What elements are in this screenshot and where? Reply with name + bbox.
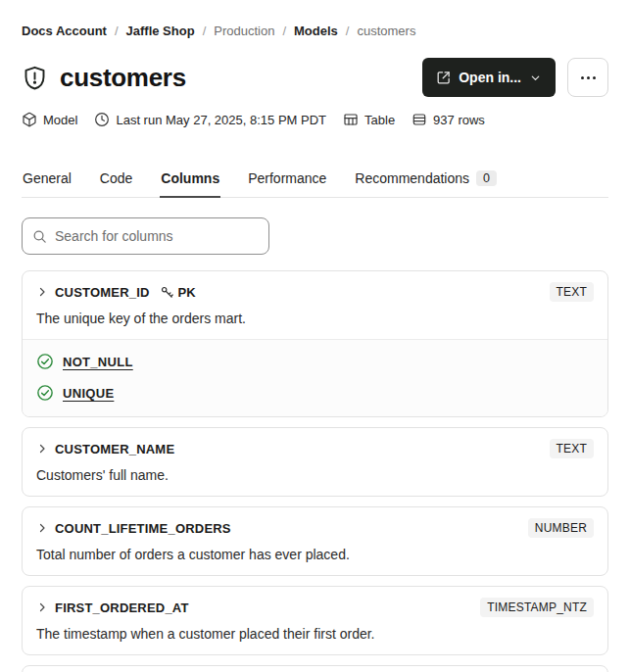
column-description: The unique key of the orders mart. [36,311,594,326]
page-title: customers [60,63,186,93]
chevron-right-icon [36,522,48,534]
tab-label: Performance [248,170,326,186]
breadcrumb-item-docs-account[interactable]: Docs Account [22,24,107,38]
column-card-last_ordered_at: LAST_ORDERED_ATTIMESTAMP_NTZThe timestam… [22,665,608,672]
column-card-header: CUSTOMER_NAMETEXT [36,439,594,458]
open-in-label: Open in... [459,70,521,85]
meta-item-clock: Last run May 27, 2025, 8:15 PM PDT [94,112,326,127]
column-card-top: CUSTOMER_IDPKTEXTThe unique key of the o… [23,271,607,339]
column-card-top: FIRST_ORDERED_ATTIMESTAMP_NTZThe timesta… [23,587,607,654]
column-search-box [22,217,269,255]
column-name: CUSTOMER_NAME [55,442,174,456]
model-page: Docs Account/Jaffle Shop/Production/Mode… [0,0,630,672]
column-card-header: FIRST_ORDERED_ATTIMESTAMP_NTZ [36,598,594,617]
expand-chevron-icon[interactable] [36,522,48,534]
tab-label: General [23,170,72,186]
clock-icon [94,112,110,127]
open-in-button[interactable]: Open in... [422,58,556,97]
tab-bar: GeneralCodeColumnsPerformanceRecommendat… [22,170,608,198]
breadcrumb-item-customers: customers [357,24,415,38]
meta-item-database: 937 rows [412,112,485,127]
tab-label: Columns [161,170,219,186]
tab-general[interactable]: General [22,170,73,198]
columns-list: CUSTOMER_IDPKTEXTThe unique key of the o… [22,270,608,672]
test-link-not_null[interactable]: NOT_NULL [63,355,133,369]
column-description: Customers' full name. [36,467,594,483]
search-input[interactable] [55,228,259,244]
column-type-badge: TIMESTAMP_NTZ [480,598,594,617]
key-icon [160,285,174,300]
test-pass-check-icon [36,384,54,402]
test-row: NOT_NULL [36,353,594,370]
more-actions-button[interactable] [567,58,608,97]
meta-item-table: Table [343,112,395,127]
test-pass-check-icon [36,353,54,370]
test-row: UNIQUE [36,384,594,402]
column-card-header: COUNT_LIFETIME_ORDERSNUMBER [36,518,594,538]
column-type-badge: TEXT [550,439,594,458]
resource-meta-row: ModelLast run May 27, 2025, 8:15 PM PDTT… [22,112,608,127]
column-type-badge: TEXT [550,282,594,302]
tab-count-badge: 0 [476,170,497,186]
breadcrumb: Docs Account/Jaffle Shop/Production/Mode… [22,24,608,38]
breadcrumb-separator: / [115,24,119,38]
tab-recommendations[interactable]: Recommendations0 [354,170,498,198]
expand-chevron-icon[interactable] [36,443,48,455]
chevron-down-icon [529,72,542,84]
column-tests-section: NOT_NULLUNIQUE [23,339,607,416]
meta-label: 937 rows [433,113,485,127]
meta-label: Model [43,113,77,127]
tab-performance[interactable]: Performance [247,170,327,198]
column-name: CUSTOMER_ID [55,285,150,300]
column-description: Total number of orders a customer has ev… [36,547,594,562]
breadcrumb-separator: / [282,24,286,38]
title-group: customers [22,63,186,93]
column-name: FIRST_ORDERED_AT [55,600,189,615]
meta-label: Table [364,113,395,127]
header-actions: Open in... [422,58,608,97]
ellipsis-icon [581,76,584,79]
breadcrumb-item-production: Production [214,24,274,38]
column-name: COUNT_LIFETIME_ORDERS [55,521,231,536]
column-card-count_lifetime_orders: COUNT_LIFETIME_ORDERSNUMBERTotal number … [22,506,608,576]
breadcrumb-separator: / [203,24,207,38]
table-icon [343,112,359,127]
external-link-icon [436,71,451,85]
model-health-shield-icon [22,65,48,91]
expand-chevron-icon[interactable] [36,286,48,298]
meta-label: Last run May 27, 2025, 8:15 PM PDT [116,113,326,127]
column-card-header: CUSTOMER_IDPKTEXT [36,282,594,302]
tab-label: Recommendations [355,170,469,186]
primary-key-indicator: PK [160,285,196,300]
chevron-right-icon [36,286,48,298]
column-card-top: CUSTOMER_NAMETEXTCustomers' full name. [23,428,607,496]
column-card-customer_name: CUSTOMER_NAMETEXTCustomers' full name. [22,427,608,497]
column-card-top: COUNT_LIFETIME_ORDERSNUMBERTotal number … [23,507,607,575]
chevron-right-icon [36,443,48,455]
database-icon [412,112,427,127]
test-link-unique[interactable]: UNIQUE [63,386,114,401]
breadcrumb-item-models[interactable]: Models [294,24,338,38]
column-card-first_ordered_at: FIRST_ORDERED_ATTIMESTAMP_NTZThe timesta… [22,586,608,655]
column-description: The timestamp when a customer placed the… [36,626,594,642]
meta-item-cube: Model [22,112,77,127]
tab-code[interactable]: Code [99,170,133,198]
expand-chevron-icon[interactable] [36,601,48,613]
chevron-right-icon [36,601,48,613]
breadcrumb-item-jaffle-shop[interactable]: Jaffle Shop [126,24,195,38]
tab-columns[interactable]: Columns [160,170,220,198]
column-card-customer_id: CUSTOMER_IDPKTEXTThe unique key of the o… [22,270,608,417]
breadcrumb-separator: / [346,24,350,38]
column-card-top: LAST_ORDERED_ATTIMESTAMP_NTZThe timestam… [23,666,607,672]
search-icon [32,229,47,244]
tab-label: Code [100,170,132,186]
column-type-badge: NUMBER [528,518,594,538]
cube-icon [22,112,37,127]
pk-label: PK [178,285,196,300]
title-row: customers Open in... [22,58,608,97]
